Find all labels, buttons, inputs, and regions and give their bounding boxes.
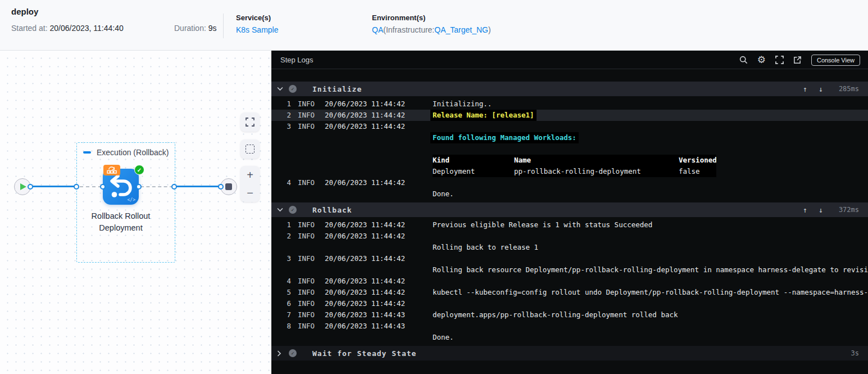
- log-level: INFO: [298, 253, 315, 264]
- log-level: INFO: [298, 110, 315, 121]
- section-header-right: ↑↓285ms: [803, 85, 859, 93]
- log-level: INFO: [298, 276, 315, 287]
- log-row: 6INFO20/06/2023 11:44:42: [271, 298, 868, 309]
- line-number: 3: [271, 121, 291, 132]
- log-timestamp: 20/06/2023 11:44:42: [325, 287, 405, 298]
- environments-block: Environment(s) QA(Infrastructure:QA_Targ…: [372, 13, 491, 34]
- pipeline-graph-canvas[interactable]: Execution (Rollback) </>: [0, 51, 271, 374]
- log-timestamp: 20/06/2023 11:44:42: [325, 276, 405, 287]
- log-section-header[interactable]: ✓Wait for Steady State3s: [271, 346, 868, 361]
- pipeline-name: deploy: [11, 7, 38, 16]
- console-view-button[interactable]: Console View: [811, 55, 860, 66]
- status-success-icon: ✓: [289, 206, 297, 214]
- zoom-controls: + −: [240, 166, 260, 202]
- canvas-marquee-button[interactable]: [240, 139, 260, 159]
- log-timestamp: 20/06/2023 11:44:42: [325, 110, 405, 121]
- log-timestamp: 20/06/2023 11:44:42: [325, 298, 405, 309]
- line-number: 7: [271, 309, 291, 321]
- service-link[interactable]: K8s Sample: [236, 25, 278, 34]
- table-cell: false: [679, 167, 700, 175]
- status-success-icon: ✓: [289, 85, 297, 93]
- line-number: 6: [271, 298, 291, 309]
- open-in-new-button[interactable]: [793, 56, 802, 64]
- log-row: [271, 143, 868, 155]
- log-message-table-header: KindNameVersioned: [433, 155, 716, 166]
- log-level: INFO: [298, 309, 315, 321]
- chevron-down-icon[interactable]: [277, 87, 284, 91]
- console-actions: ⚙ Console View: [739, 51, 860, 69]
- scroll-to-bottom-button[interactable]: ↓: [819, 85, 823, 93]
- environments-label: Environment(s): [372, 13, 491, 22]
- table-cell: Kind: [433, 155, 514, 166]
- log-timestamp: 20/06/2023 11:44:42: [325, 253, 405, 264]
- canvas-fullscreen-button[interactable]: [240, 112, 260, 132]
- scroll-to-top-button[interactable]: ↑: [803, 85, 807, 93]
- scroll-to-top-button[interactable]: ↑: [803, 206, 807, 214]
- log-row: Rolling back to release 1: [271, 242, 868, 253]
- stop-icon: [225, 183, 232, 190]
- settings-button[interactable]: ⚙: [757, 55, 766, 65]
- infrastructure-link[interactable]: QA_Target_NG: [434, 25, 488, 34]
- log-rows: 1INFO20/06/2023 11:44:42Initializing..2I…: [271, 96, 868, 202]
- log-row: 2INFO20/06/2023 11:44:42: [271, 231, 868, 242]
- log-timestamp: 20/06/2023 11:44:42: [325, 98, 405, 110]
- log-level: INFO: [298, 298, 315, 309]
- fullscreen-icon: [246, 118, 255, 127]
- code-icon: </>: [128, 197, 135, 202]
- log-message-table-row: Deploymentpp-rollback-rolling-deployment…: [433, 166, 716, 177]
- line-number: 8: [271, 321, 291, 332]
- environment-link[interactable]: QA: [372, 25, 383, 34]
- section-title: Rollback: [312, 206, 352, 214]
- log-message: kubectl --kubeconfig=config rollout undo…: [433, 287, 868, 298]
- log-section: ✓Wait for Steady State3s: [271, 346, 868, 361]
- log-row: Rolling back resource Deployment/pp-roll…: [271, 264, 868, 276]
- log-row: 7INFO20/06/2023 11:44:43deployment.apps/…: [271, 309, 868, 321]
- play-icon: [20, 183, 26, 190]
- console-title: Step Logs: [280, 56, 313, 64]
- collapse-stage-icon[interactable]: [83, 151, 91, 154]
- zoom-out-button[interactable]: −: [240, 184, 260, 202]
- line-number: 1: [271, 98, 291, 110]
- line-number: 4: [271, 276, 291, 287]
- log-section-header[interactable]: ✓Rollback↑↓372ms: [271, 202, 868, 217]
- log-level: INFO: [298, 231, 315, 242]
- console-fullscreen-button[interactable]: [775, 56, 784, 64]
- duration-label: Duration:: [174, 24, 206, 33]
- started-at-label: Started at:: [11, 24, 48, 33]
- duration: Duration: 9s: [174, 24, 217, 33]
- marquee-select-icon: [246, 145, 255, 154]
- stage-label: Execution (Rollback): [97, 148, 169, 157]
- zoom-in-button[interactable]: +: [240, 166, 260, 184]
- port: [28, 184, 33, 190]
- port: [218, 184, 224, 190]
- log-section-header[interactable]: ✓Initialize↑↓285ms: [271, 82, 868, 96]
- execution-header: deploy Started at: 20/06/2023, 11:44:40 …: [0, 0, 868, 51]
- log-message: Done.: [433, 188, 868, 200]
- log-message: Initializing..: [433, 98, 868, 110]
- log-level: INFO: [298, 98, 315, 110]
- log-level: INFO: [298, 219, 315, 231]
- log-row: 3INFO20/06/2023 11:44:42: [271, 253, 868, 264]
- log-row: Deploymentpp-rollback-rolling-deployment…: [271, 166, 868, 177]
- services-label: Service(s): [236, 13, 278, 22]
- chevron-right-icon[interactable]: [277, 350, 284, 357]
- log-row: 3INFO20/06/2023 11:44:42: [271, 121, 868, 132]
- log-level: INFO: [298, 287, 315, 298]
- log-row: Done.: [271, 332, 868, 343]
- port: [100, 184, 106, 190]
- header-divider: [223, 13, 224, 38]
- port: [171, 184, 177, 190]
- section-duration: 372ms: [834, 206, 859, 214]
- search-button[interactable]: [739, 56, 748, 64]
- search-icon: [739, 56, 748, 64]
- step-caption-line1: Rollback Rollout: [76, 210, 166, 222]
- chevron-down-icon[interactable]: [277, 208, 284, 212]
- log-timestamp: 20/06/2023 11:44:42: [325, 121, 405, 132]
- services-block: Service(s) K8s Sample: [236, 13, 278, 34]
- log-level: INFO: [298, 177, 315, 188]
- step-caption: Rollback Rollout Deployment: [76, 210, 166, 234]
- scroll-to-bottom-button[interactable]: ↓: [819, 206, 823, 214]
- line-number: 5: [271, 287, 291, 298]
- line-number: 3: [271, 253, 291, 264]
- log-level: INFO: [298, 121, 315, 132]
